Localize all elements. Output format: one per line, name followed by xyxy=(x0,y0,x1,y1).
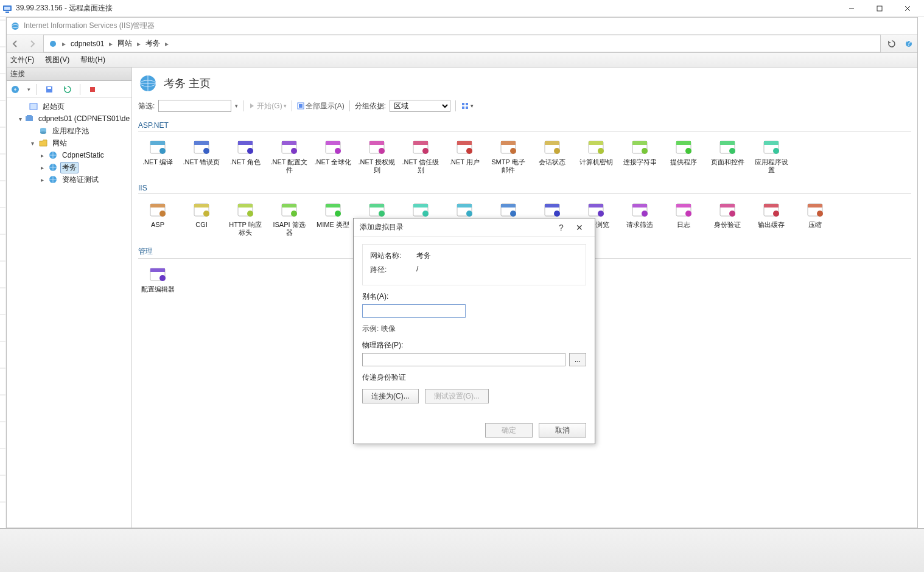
feature-icon xyxy=(718,138,737,157)
tree-node-icon xyxy=(48,150,58,160)
svg-rect-100 xyxy=(457,204,472,208)
svg-rect-109 xyxy=(589,204,603,208)
feature-item[interactable]: .NET 授权规则 xyxy=(357,135,396,176)
nav-back-button[interactable] xyxy=(7,37,24,51)
feature-label: .NET 角色 xyxy=(230,158,261,166)
tree-node-label: CdpnetStatic xyxy=(60,150,106,160)
browse-button[interactable]: ... xyxy=(569,353,586,366)
connections-toolbar: ▾ xyxy=(7,81,131,98)
svg-point-71 xyxy=(685,148,691,154)
alias-input[interactable] xyxy=(362,304,466,318)
feature-item[interactable]: .NET 编译 xyxy=(138,135,177,176)
menu-view[interactable]: 视图(V) xyxy=(45,55,69,65)
feature-item[interactable]: .NET 用户 xyxy=(445,135,484,176)
tree-item[interactable]: ▸考务 xyxy=(7,161,131,173)
tree-item[interactable]: 起始页 xyxy=(7,100,131,113)
tree-item[interactable]: ▸资格证测试 xyxy=(7,173,131,186)
feature-item[interactable]: .NET 配置文件 xyxy=(270,135,309,176)
tree-node-icon xyxy=(48,175,58,184)
feature-item[interactable]: 身份验证 xyxy=(708,198,747,239)
maximize-button[interactable] xyxy=(866,0,894,17)
feature-item[interactable]: .NET 错误页 xyxy=(182,135,221,176)
svg-rect-67 xyxy=(632,141,647,145)
feature-item[interactable]: 连接字符串 xyxy=(620,135,659,176)
dialog-titlebar[interactable]: 添加虚拟目录 ? ✕ xyxy=(354,218,595,237)
menu-help[interactable]: 帮助(H) xyxy=(80,55,105,65)
feature-item[interactable]: 计算机密钥 xyxy=(576,135,615,176)
tree-twisty-icon[interactable]: ▾ xyxy=(29,140,36,147)
address-refresh-button[interactable] xyxy=(883,37,900,51)
tree-twisty-icon[interactable]: ▾ xyxy=(19,116,22,122)
feature-item[interactable]: 输出缓存 xyxy=(752,198,791,239)
filter-go-button[interactable]: 开始(G) ▾ xyxy=(248,101,286,111)
connect-server-button[interactable] xyxy=(9,83,21,96)
ok-button: 确定 xyxy=(485,423,533,438)
filter-input[interactable] xyxy=(158,100,231,112)
svg-point-122 xyxy=(773,211,779,217)
view-mode-button[interactable]: ▾ xyxy=(461,102,474,110)
feature-item[interactable]: 请求筛选 xyxy=(620,198,659,239)
feature-item[interactable]: .NET 全球化 xyxy=(313,135,352,176)
physical-path-input[interactable] xyxy=(362,353,565,366)
tree-twisty-icon[interactable]: ▸ xyxy=(38,164,46,171)
svg-point-128 xyxy=(159,275,166,281)
chevron-right-icon: ▸ xyxy=(109,40,113,48)
groupby-select[interactable]: 区域 xyxy=(390,100,450,112)
feature-item[interactable]: ISAPI 筛选器 xyxy=(270,198,309,239)
tree-node-label: 应用程序池 xyxy=(51,125,91,137)
feature-item[interactable]: HTTP 响应标头 xyxy=(226,198,265,239)
close-button[interactable] xyxy=(894,0,922,17)
refresh-button[interactable] xyxy=(61,83,74,96)
svg-rect-82 xyxy=(194,204,209,208)
tree-item[interactable]: ▸CdpnetStatic xyxy=(7,149,131,161)
filter-dropdown-icon[interactable]: ▾ xyxy=(235,103,238,109)
menu-file[interactable]: 文件(F) xyxy=(10,55,34,65)
feature-item[interactable]: 提供程序 xyxy=(664,135,703,176)
feature-icon xyxy=(542,200,562,220)
feature-item[interactable]: CGI xyxy=(182,198,221,239)
feature-item[interactable]: 压缩 xyxy=(796,198,835,239)
chevron-right-icon: ▸ xyxy=(165,40,169,48)
dialog-close-button[interactable]: ✕ xyxy=(570,218,589,237)
show-all-button[interactable]: 全部显示(A) xyxy=(297,101,345,111)
feature-item[interactable]: 会话状态 xyxy=(533,135,572,176)
feature-item[interactable]: 页面和控件 xyxy=(708,135,747,176)
tree-node-label: 资格证测试 xyxy=(60,174,100,186)
svg-point-101 xyxy=(466,211,472,217)
connect-as-button[interactable]: 连接为(C)... xyxy=(362,389,419,403)
dialog-help-button[interactable]: ? xyxy=(552,218,570,237)
svg-point-83 xyxy=(203,211,209,217)
svg-rect-43 xyxy=(282,141,296,145)
crumb-1[interactable]: 网站 xyxy=(115,38,135,49)
nav-forward-button[interactable] xyxy=(24,37,41,51)
feature-item[interactable]: 配置编辑器 xyxy=(138,262,177,296)
crumb-0[interactable]: cdpnets01 xyxy=(68,40,107,48)
breadcrumb[interactable]: ▸ cdpnets01 ▸ 网站 ▸ 考务 ▸ xyxy=(43,35,881,52)
minimize-button[interactable] xyxy=(838,0,866,17)
address-help-button[interactable]: ? xyxy=(900,37,917,51)
crumb-2[interactable]: 考务 xyxy=(143,38,163,49)
save-button[interactable] xyxy=(43,83,55,96)
feature-item[interactable]: .NET 角色 xyxy=(226,135,265,176)
test-settings-button: 测试设置(G)... xyxy=(425,389,489,403)
cancel-button[interactable]: 取消 xyxy=(539,423,586,438)
section-aspnet: ASP.NET .NET 编译.NET 错误页.NET 角色.NET 配置文件.… xyxy=(138,120,911,176)
chevron-right-icon: ▸ xyxy=(62,40,66,48)
connections-tree[interactable]: 起始页▾cdpnets01 (CDPNETS01\de应用程序池▾网站▸Cdpn… xyxy=(7,98,131,528)
feature-item[interactable]: .NET 信任级别 xyxy=(401,135,440,176)
tree-item[interactable]: ▾cdpnets01 (CDPNETS01\de xyxy=(7,113,131,125)
feature-icon xyxy=(455,200,474,220)
feature-item[interactable]: MIME 类型 xyxy=(313,198,352,239)
feature-item[interactable]: 日志 xyxy=(664,198,703,239)
tree-item[interactable]: 应用程序池 xyxy=(7,125,131,137)
feature-item[interactable]: SMTP 电子邮件 xyxy=(489,135,528,176)
crumb-root-icon[interactable] xyxy=(46,40,60,48)
stop-button[interactable] xyxy=(86,83,99,96)
tree-item[interactable]: ▾网站 xyxy=(7,137,131,149)
tree-twisty-icon[interactable]: ▸ xyxy=(38,152,46,159)
tree-twisty-icon[interactable]: ▸ xyxy=(38,176,46,183)
rdp-title: 39.99.233.156 - 远程桌面连接 xyxy=(16,3,113,13)
feature-item[interactable]: ASP xyxy=(138,198,177,239)
svg-rect-55 xyxy=(457,141,472,145)
feature-item[interactable]: 应用程序设置 xyxy=(752,135,791,176)
